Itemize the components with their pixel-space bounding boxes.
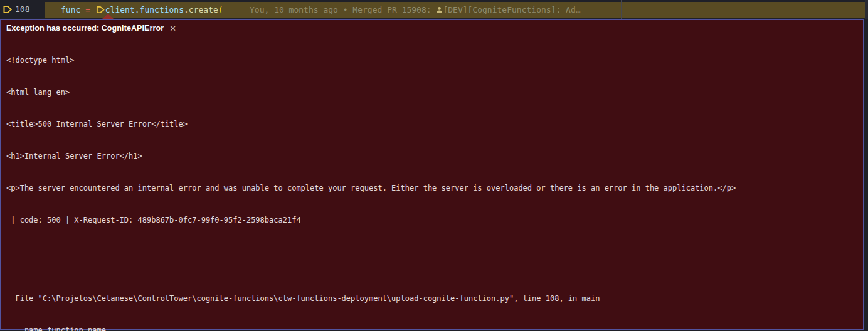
error-html-line: <p>The server encountered an internal er… (6, 183, 863, 194)
blame-age-text: You, 10 months ago • Merged PR 15908: (250, 5, 436, 14)
exception-header: Exception has occurred: CogniteAPIError … (1, 20, 863, 34)
error-code-line: | code: 500 | X-Request-ID: 489b867b-0fc… (6, 215, 863, 226)
code-token-operator: = (80, 5, 95, 14)
error-html-line: <!doctype html> (6, 55, 863, 66)
code-token-paren: ( (218, 5, 223, 14)
editor-highlighted-line[interactable]: func = client.functions.create( You, 10 … (45, 2, 865, 18)
blame-commit-message: [DEV][CogniteFunctions]: Ad… (443, 5, 580, 14)
inline-execution-pointer-icon (95, 6, 105, 14)
exception-title: Exception has occurred: CogniteAPIError (6, 24, 164, 33)
code-token-method: create (189, 5, 218, 14)
error-html-line: <title>500 Internal Server Error</title> (6, 119, 863, 130)
exception-widget: Exception has occurred: CogniteAPIError … (0, 19, 864, 330)
debug-current-line-icon[interactable] (3, 5, 13, 14)
line-number: 108 (15, 0, 29, 19)
file-path-link[interactable]: C:\Projetos\Celanese\ControlTower\cognit… (43, 294, 509, 303)
pr-author-icon (436, 6, 443, 14)
editor-code-line[interactable]: func = client.functions.create( (61, 2, 223, 18)
traceback-file-line: File "C:\Projetos\Celanese\ControlTower\… (6, 293, 863, 304)
code-token-dot: . (184, 5, 189, 14)
git-blame-annotation[interactable]: You, 10 months ago • Merged PR 15908: [D… (250, 2, 581, 18)
exception-pointer-icon (102, 14, 114, 19)
close-icon[interactable]: ✕ (169, 24, 176, 33)
error-html-line: <h1>Internal Server Error</h1> (6, 151, 863, 162)
code-token-object: client.functions (105, 5, 184, 14)
exception-body: <!doctype html> <html lang=en> <title>50… (1, 34, 863, 331)
code-token-variable: func (61, 5, 80, 14)
editor-top-strip: 108 func = client.functions.create( You,… (0, 0, 868, 19)
traceback-code-line: name=function_name, (6, 325, 863, 331)
traceback-file-suffix: ", line 108, in main (509, 294, 600, 303)
traceback-file-prefix: File " (6, 294, 43, 303)
editor-scrollbar[interactable] (865, 0, 868, 19)
editor-ruler (621, 0, 622, 19)
error-html-line: <html lang=en> (6, 87, 863, 98)
